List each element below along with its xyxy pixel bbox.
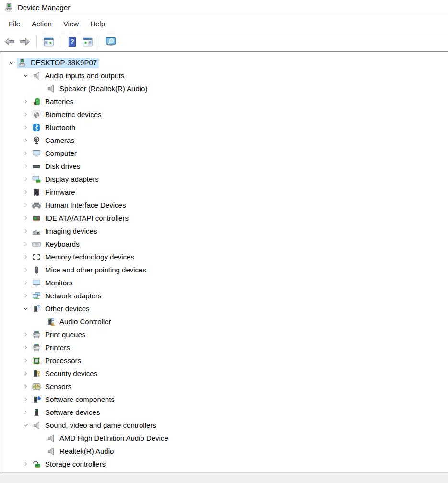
tree-item[interactable]: IDE ATA/ATAPI controllers [0, 212, 448, 224]
tree-item[interactable]: Human Interface Devices [0, 199, 448, 212]
tree-item[interactable]: Print queues [0, 328, 448, 341]
chevron-expanded-icon[interactable] [20, 305, 31, 313]
chevron-collapsed-icon[interactable] [20, 111, 31, 118]
chevron-expanded-icon[interactable] [20, 72, 31, 80]
chevron-collapsed-icon[interactable] [20, 214, 31, 222]
tree-item[interactable]: Network adapters [0, 289, 448, 302]
tree-item[interactable]: Monitors [0, 276, 448, 289]
chevron-collapsed-icon[interactable] [20, 137, 31, 144]
svg-text:?: ? [38, 305, 40, 308]
chevron-collapsed-icon[interactable] [20, 409, 31, 416]
tree-item[interactable]: Audio inputs and outputs [0, 69, 448, 82]
monitor-icon [32, 149, 41, 158]
chevron-collapsed-icon[interactable] [20, 227, 31, 235]
tree-item-label: Imaging devices [45, 227, 97, 235]
chevron-collapsed-icon[interactable] [20, 253, 31, 261]
chevron-collapsed-icon[interactable] [20, 460, 31, 468]
chevron-collapsed-icon[interactable] [20, 124, 31, 131]
chevron-collapsed-icon[interactable] [20, 396, 31, 403]
tree-item[interactable]: Storage controllers [0, 458, 448, 471]
speaker-icon [32, 421, 41, 430]
scan-hardware-changes-button[interactable] [104, 35, 118, 49]
tree-item-label: Network adapters [45, 292, 102, 300]
speaker-icon [47, 447, 55, 456]
chevron-collapsed-icon[interactable] [20, 279, 31, 287]
tree-item[interactable]: Software devices [0, 406, 448, 419]
back-button[interactable] [2, 35, 17, 49]
help-button[interactable]: ? [65, 35, 79, 49]
tree-item[interactable]: Mice and other pointing devices [0, 263, 448, 276]
chevron-collapsed-icon[interactable] [20, 201, 31, 209]
tree-item[interactable]: Cameras [0, 134, 448, 147]
tree-item[interactable]: Speaker (Realtek(R) Audio) [0, 82, 448, 95]
chevron-collapsed-icon[interactable] [20, 383, 31, 390]
tree-item[interactable]: Processors [0, 354, 448, 367]
monitor-icon [32, 279, 41, 287]
chevron-collapsed-icon[interactable] [20, 344, 31, 352]
chevron-collapsed-icon[interactable] [20, 188, 31, 196]
window-title: Device Manager [18, 3, 70, 12]
chevron-collapsed-icon[interactable] [20, 163, 31, 170]
chevron-placeholder [34, 448, 46, 455]
chevron-collapsed-icon[interactable] [20, 98, 31, 106]
menu-help[interactable]: Help [84, 17, 111, 31]
chevron-placeholder [34, 318, 46, 326]
tree-item-label: Batteries [45, 97, 73, 106]
title-bar: Device Manager [0, 0, 448, 15]
chevron-expanded-icon[interactable] [5, 59, 17, 67]
tree-item-label: Human Interface Devices [45, 201, 126, 209]
tree-item-label: Firmware [45, 188, 75, 196]
security-key-icon [32, 369, 41, 378]
unknown-device-warning-icon: ? [47, 318, 55, 326]
chevron-collapsed-icon[interactable] [20, 266, 31, 274]
chevron-collapsed-icon[interactable] [20, 176, 31, 183]
software-component-icon [32, 395, 41, 404]
tree-item[interactable]: Sensors [0, 380, 448, 393]
display-adapter-icon [32, 175, 41, 184]
tree-item-label: Other devices [45, 305, 90, 313]
tree-item[interactable]: Printers [0, 341, 448, 354]
tree-item[interactable]: ? Audio Controller [0, 315, 448, 328]
tree-item[interactable]: Imaging devices [0, 224, 448, 237]
menu-view[interactable]: View [58, 17, 84, 31]
tree-item[interactable]: DESKTOP-38K9P07 [0, 56, 448, 69]
tree-item[interactable]: Batteries [0, 95, 448, 108]
chevron-collapsed-icon[interactable] [20, 370, 31, 377]
computer-device-icon [18, 59, 26, 67]
chevron-collapsed-icon[interactable] [20, 292, 31, 300]
tree-item[interactable]: Sound, video and game controllers [0, 419, 448, 432]
tree-item[interactable]: Disk drives [0, 160, 448, 173]
forward-button[interactable] [18, 35, 32, 49]
tree-item[interactable]: Security devices [0, 367, 448, 380]
tree-item[interactable]: Display adapters [0, 173, 448, 186]
tree-item[interactable]: Keyboards [0, 237, 448, 250]
menu-file[interactable]: File [3, 17, 26, 31]
show-action-pane-button[interactable] [80, 35, 94, 49]
chevron-collapsed-icon[interactable] [20, 240, 31, 248]
tree-item-label: Display adapters [45, 175, 99, 183]
memory-frame-icon [32, 253, 41, 261]
chevron-collapsed-icon[interactable] [20, 357, 31, 365]
tree-item[interactable]: Computer [0, 147, 448, 160]
tree-item-label: Printers [45, 343, 70, 352]
chevron-collapsed-icon[interactable] [20, 331, 31, 339]
chevron-collapsed-icon[interactable] [20, 150, 31, 157]
sensor-map-icon [32, 382, 41, 391]
tree-item[interactable]: AMD High Definition Audio Device [0, 432, 448, 445]
tree-item[interactable]: Realtek(R) Audio [0, 445, 448, 458]
tree-item[interactable]: Bluetooth [0, 121, 448, 134]
show-console-tree-button[interactable] [41, 35, 56, 49]
tree-item[interactable]: Memory technology devices [0, 250, 448, 263]
toolbar-separator [99, 35, 99, 48]
svg-text:?: ? [70, 38, 74, 46]
tree-item[interactable]: Biometric devices [0, 108, 448, 121]
tree-item[interactable]: ? Other devices [0, 302, 448, 315]
tree-item-label: DESKTOP-38K9P07 [31, 59, 97, 67]
tree-item[interactable]: Software components [0, 393, 448, 406]
network-adapter-icon [32, 292, 41, 300]
toolbar-separator [36, 35, 37, 48]
tree-item[interactable]: Firmware [0, 186, 448, 199]
tree-item-label: Sound, video and game controllers [45, 421, 156, 429]
chevron-expanded-icon[interactable] [20, 422, 31, 429]
menu-action[interactable]: Action [26, 17, 58, 31]
